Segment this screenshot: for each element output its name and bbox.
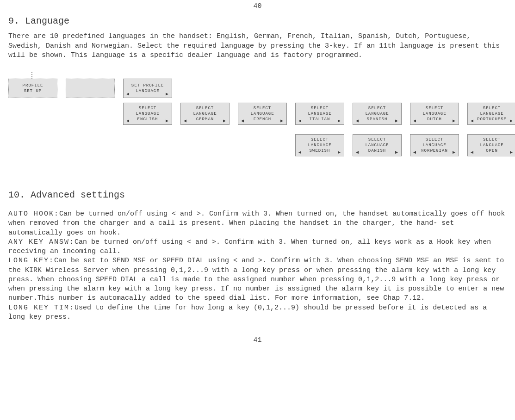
arrow-left-icon: ◀ [356,119,359,124]
menubox-line: SELECT [368,137,386,142]
arrow-right-icon: ▶ [453,119,456,124]
arrow-right-icon: ▶ [395,150,398,155]
arrow-right-icon: ▶ [280,119,284,124]
menubox-select-language: SELECTLANGUAGEENGLISH◀▶ [123,103,172,125]
arrow-left-icon: ◀ [126,92,130,97]
arrow-left-icon: ◀ [356,150,359,155]
page-number-bottom: 41 [0,336,515,345]
arrow-left-icon: ◀ [241,119,244,124]
menubox-line: SELECT [254,105,271,111]
arrow-left-icon: ◀ [126,119,130,124]
menubox-line: SET PROFILE [131,83,164,88]
menubox-line: SELECT [139,105,156,111]
menubox-set-profile-language: SET PROFILE LANGUAGE ◀ ▶ [123,79,172,98]
menubox-select-language: SELECTLANGUAGESPANISH◀▶ [353,103,402,125]
arrow-left-icon: ◀ [184,119,187,124]
text-long-key-tim: Used to define the time for how long a k… [8,304,487,321]
menubox-line: LANGUAGE [308,111,331,117]
menubox-select-language: SELECTLANGUAGEITALIAN◀▶ [295,103,344,125]
term-long-key: LONG KEY: [8,257,54,265]
menubox-select-language: SELECTLANGUAGEDANISH◀▶ [353,134,402,156]
menubox-select-language: SELECTLANGUAGEOPEN◀▶ [467,134,515,156]
arrow-right-icon: ▶ [453,150,456,155]
menubox-select-language: SELECTLANGUAGEFRENCH◀▶ [238,103,287,125]
menubox-line: LANGUAGE [365,111,389,117]
text-long-key: Can be set to SEND MSF or SPEED DIAL usi… [8,257,504,302]
arrow-right-icon: ▶ [338,119,341,124]
arrow-right-icon: ▶ [166,119,169,124]
menubox-line: LANGUAGE [422,111,446,117]
arrow-left-icon: ◀ [298,119,302,124]
menubox-line: LANGUAGE [365,142,389,148]
arrow-right-icon: ▶ [338,150,341,155]
menubox-select-language: SELECTLANGUAGEGERMAN◀▶ [180,103,230,125]
menubox-select-language: SELECTLANGUAGEDUTCH◀▶ [410,103,459,125]
section10-heading: 10. Advanced settings [8,189,507,201]
arrow-right-icon: ▶ [510,119,513,124]
menubox-line: SELECT [426,137,443,142]
menubox-line: SELECT [483,137,501,142]
arrow-left-icon: ◀ [471,119,474,124]
arrow-right-icon: ▶ [166,92,169,97]
menubox-profile-setup: PROFILE SET UP [8,79,57,98]
term-long-key-tim: LONG KEY TIM: [8,304,74,312]
menubox-line: LANGUAGE [480,142,503,148]
menubox-blank [66,79,115,98]
menubox-line: SET UP [24,88,42,94]
language-menu-diagram: PROFILE SET UP SET PROFILE LANGUAGE ◀ ▶ … [0,72,515,156]
menubox-line: LANGUAGE [422,142,446,148]
menubox-line: SELECT [426,105,443,111]
menubox-line: LANGUAGE [136,111,159,117]
menubox-line: LANGUAGE [308,142,331,148]
section9-paragraph: There are 10 predefined languages in the… [8,32,507,60]
arrow-left-icon: ◀ [413,150,416,155]
term-auto-hook: AUTO HOOK: [8,210,59,218]
text-any-key-answ: Can be turned on/off using < and >. Conf… [8,238,491,255]
menubox-line: SELECT [311,105,329,111]
page-number-top: 40 [0,2,515,11]
menubox-line: LANGUAGE [250,111,274,117]
arrow-right-icon: ▶ [223,119,226,124]
menubox-line: SELECT [311,137,329,142]
menubox-line: LANGUAGE [193,111,217,117]
menubox-line: PROFILE [23,83,43,88]
section10-body: AUTO HOOK:Can be turned on/off using < a… [8,210,507,322]
menubox-line: SELECT [196,105,214,111]
menubox-line: LANGUAGE [480,111,503,117]
text-auto-hook: Can be turned on/off using < and >. Conf… [8,210,505,237]
menubox-line: SELECT [483,105,501,111]
arrow-right-icon: ▶ [395,119,398,124]
section9-heading: 9. Language [8,15,507,27]
arrow-left-icon: ◀ [413,119,416,124]
arrow-left-icon: ◀ [298,150,302,155]
menubox-line: SELECT [368,105,386,111]
menubox-select-language: SELECTLANGUAGEPORTUGUESE◀▶ [467,103,515,125]
term-any-key-answ: ANY KEY ANSW: [8,238,74,246]
arrow-left-icon: ◀ [471,150,474,155]
menubox-select-language: SELECTLANGUAGESWEDISH◀▶ [295,134,344,156]
arrow-right-icon: ▶ [510,150,513,155]
menubox-select-language: SELECTLANGUAGENORWEGIAN◀▶ [410,134,459,156]
